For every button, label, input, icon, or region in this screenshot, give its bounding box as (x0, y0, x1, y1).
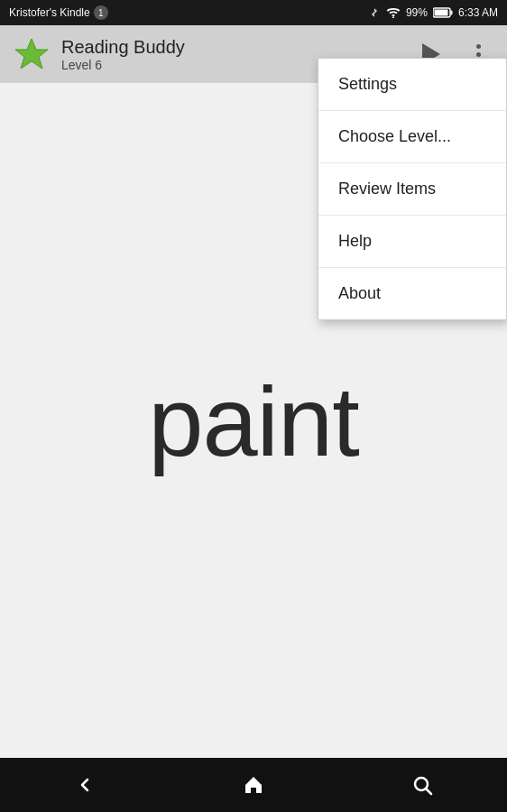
status-bar: Kristofer's Kindle 1 99% 6:33 AM (0, 0, 507, 25)
battery-level: 99% (406, 6, 428, 19)
search-icon (411, 774, 433, 796)
home-icon (243, 774, 264, 796)
time-display: 6:33 AM (458, 6, 498, 19)
star-icon (13, 35, 51, 73)
svg-rect-2 (434, 10, 447, 16)
app-icon (13, 35, 51, 73)
svg-line-6 (427, 789, 432, 795)
search-button[interactable] (395, 758, 449, 812)
app-title: Reading Buddy (61, 36, 415, 58)
bluetooth-icon (368, 6, 381, 19)
word-display: paint (148, 364, 359, 478)
bottom-nav (0, 758, 507, 812)
svg-rect-3 (450, 11, 452, 15)
back-button[interactable] (58, 758, 112, 812)
menu-item-choose-level[interactable]: Choose Level... (318, 111, 506, 163)
status-right: 99% 6:33 AM (368, 6, 498, 19)
menu-item-about[interactable]: About (318, 268, 506, 319)
dot-icon (476, 44, 481, 49)
home-button[interactable] (226, 758, 281, 812)
back-icon (74, 774, 96, 796)
menu-item-settings[interactable]: Settings (318, 59, 506, 111)
device-name: Kristofer's Kindle (9, 6, 90, 19)
battery-icon (433, 7, 453, 18)
menu-item-help[interactable]: Help (318, 216, 506, 268)
notification-badge: 1 (94, 5, 108, 20)
svg-marker-4 (15, 39, 48, 69)
svg-point-0 (392, 16, 394, 18)
wifi-icon (386, 7, 401, 18)
dot-icon (476, 52, 481, 57)
dropdown-menu: Settings Choose Level... Review Items He… (318, 58, 507, 320)
menu-item-review-items[interactable]: Review Items (318, 163, 506, 216)
status-left: Kristofer's Kindle 1 (9, 5, 108, 20)
